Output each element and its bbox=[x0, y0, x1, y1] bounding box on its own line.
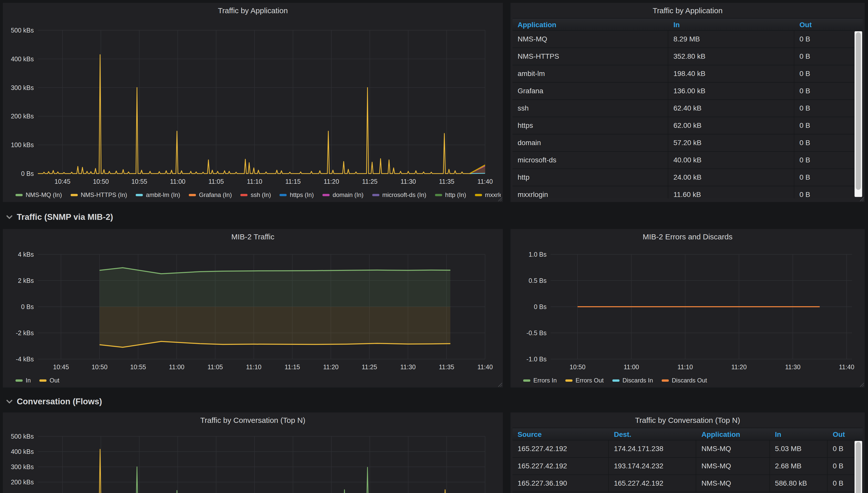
legend-item[interactable]: In bbox=[16, 377, 31, 384]
row-header-conversation-flows[interactable]: Conversation (Flows) bbox=[4, 394, 102, 409]
legend-item[interactable]: NMS-MQ (In) bbox=[16, 191, 62, 198]
panel-title[interactable]: MIB-2 Errors and Discards bbox=[513, 231, 863, 244]
legend-item[interactable]: NMS-HTTPS (In) bbox=[71, 191, 127, 198]
y-axis-tick-label: -0.5 Bs bbox=[526, 329, 547, 337]
panel-mib2-traffic: MIB-2 Traffic 10:4510:5010:5511:0011:051… bbox=[3, 229, 503, 388]
panel-title[interactable]: MIB-2 Traffic bbox=[5, 231, 501, 244]
table-row: NMS-HTTPS352.80 kB0 B bbox=[513, 48, 863, 65]
table-cell: 0 B bbox=[794, 83, 863, 99]
panel-traffic-by-application-table: Traffic by Application ApplicationInOutN… bbox=[510, 3, 865, 202]
legend-swatch-icon bbox=[189, 194, 196, 196]
table-cell: 586.80 kB bbox=[770, 475, 828, 492]
legend-item[interactable]: Errors In bbox=[523, 377, 557, 384]
table-cell: 193.174.24.232 bbox=[609, 458, 696, 474]
column-header-application[interactable]: Application bbox=[513, 19, 668, 30]
table-scrollbar-thumb[interactable] bbox=[856, 32, 861, 190]
series-area bbox=[100, 307, 451, 347]
panel-resize-handle[interactable] bbox=[498, 383, 502, 387]
legend-swatch-icon bbox=[280, 194, 287, 196]
legend-item[interactable]: Errors Out bbox=[565, 377, 604, 384]
table-cell: ssh bbox=[513, 100, 668, 116]
table-cell: NMS-HTTPS bbox=[513, 48, 668, 65]
y-axis-tick-label: 0 Bs bbox=[21, 170, 34, 177]
legend-item[interactable]: ssh (In) bbox=[240, 191, 271, 198]
chart-svg: 10:4510:5010:5511:0011:0511:1011:1511:20… bbox=[5, 428, 501, 493]
table-cell: 174.24.171.238 bbox=[609, 441, 696, 457]
table-cell: 198.40 kB bbox=[668, 65, 794, 82]
y-axis-tick-label: 4 kBs bbox=[18, 251, 34, 258]
panel-title[interactable]: Traffic by Conversation (Top N) bbox=[5, 414, 501, 428]
legend-label: Errors In bbox=[533, 377, 557, 384]
table-cell: 62.40 kB bbox=[668, 100, 794, 116]
table-header-row: ApplicationInOut bbox=[513, 18, 863, 31]
legend-item[interactable]: Out bbox=[39, 377, 60, 384]
legend-item[interactable]: Grafana (In) bbox=[189, 191, 232, 198]
panel-resize-handle[interactable] bbox=[498, 197, 502, 201]
table-cell: 0 B bbox=[794, 117, 863, 134]
x-axis-tick-label: 11:10 bbox=[677, 363, 693, 370]
table-cell: 5.03 MB bbox=[770, 441, 828, 457]
table-cell: 136.00 kB bbox=[668, 83, 794, 99]
legend-item[interactable]: ambit-lm (In) bbox=[136, 191, 180, 198]
chart-svg: 10:5011:0011:1011:2011:3011:40-1.0 Bs-0.… bbox=[513, 244, 863, 375]
legend-label: ambit-lm (In) bbox=[146, 191, 180, 198]
y-axis-tick-label: 300 kBs bbox=[11, 84, 34, 91]
x-axis-tick-label: 10:45 bbox=[53, 363, 69, 370]
table-cell: 24.00 kB bbox=[668, 169, 794, 186]
x-axis-tick-label: 11:10 bbox=[247, 178, 262, 185]
x-axis-tick-label: 11:00 bbox=[170, 178, 186, 185]
panel-title[interactable]: Traffic by Conversation (Top N) bbox=[513, 414, 863, 428]
column-header-source[interactable]: Source bbox=[513, 428, 609, 440]
legend-item[interactable]: https (In) bbox=[280, 191, 314, 198]
row-header-label: Conversation (Flows) bbox=[17, 397, 102, 406]
legend-swatch-icon bbox=[523, 380, 530, 382]
column-header-in[interactable]: In bbox=[668, 19, 794, 30]
traffic-by-conversation-chart: 10:4510:5010:5511:0011:0511:1011:1511:20… bbox=[5, 428, 501, 493]
x-axis-tick-label: 11:40 bbox=[839, 363, 854, 370]
table-scrollbar-track[interactable] bbox=[854, 441, 862, 493]
legend-item[interactable]: microsoft-ds (In) bbox=[372, 191, 426, 198]
legend-swatch-icon bbox=[372, 194, 379, 196]
y-axis-tick-label: -1.0 Bs bbox=[526, 356, 547, 363]
legend-item[interactable]: mxxrlogin (In) bbox=[475, 191, 501, 198]
table-row: ssh62.40 kB0 B bbox=[513, 100, 863, 117]
table-cell: 8.29 MB bbox=[668, 31, 794, 47]
column-header-out[interactable]: Out bbox=[794, 19, 863, 30]
x-axis-tick-label: 11:35 bbox=[439, 178, 454, 185]
table-cell: 165.227.42.192 bbox=[609, 475, 696, 492]
legend-item[interactable]: Discards Out bbox=[662, 377, 707, 384]
table-cell: 62.00 kB bbox=[668, 117, 794, 134]
table-cell: 165.227.42.192 bbox=[513, 441, 609, 457]
legend-item[interactable]: Discards In bbox=[612, 377, 653, 384]
legend-label: Errors Out bbox=[576, 377, 604, 384]
row-header-traffic-snmp[interactable]: Traffic (SNMP via MIB-2) bbox=[4, 210, 113, 224]
table-cell: ambit-lm bbox=[513, 65, 668, 82]
column-header-dest-[interactable]: Dest. bbox=[609, 428, 696, 440]
table-scrollbar-track[interactable] bbox=[854, 31, 862, 197]
table-row: ambit-lm198.40 kB0 B bbox=[513, 65, 863, 83]
table-cell: https bbox=[513, 117, 668, 134]
table-cell: http bbox=[513, 169, 668, 186]
panel-traffic-by-application-graph: Traffic by Application 10:4510:5010:5511… bbox=[3, 3, 503, 202]
column-header-out[interactable]: Out bbox=[828, 428, 863, 440]
mib2-traffic-chart: 10:4510:5010:5511:0011:0511:1011:1511:20… bbox=[5, 244, 501, 375]
panel-resize-handle[interactable] bbox=[860, 383, 864, 387]
legend-item[interactable]: domain (In) bbox=[322, 191, 363, 198]
x-axis-tick-label: 10:50 bbox=[91, 363, 107, 370]
chart-svg: 10:4510:5010:5511:0011:0511:1011:1511:20… bbox=[5, 18, 501, 189]
legend-item[interactable]: http (In) bbox=[435, 191, 466, 198]
column-header-application[interactable]: Application bbox=[696, 428, 770, 440]
panel-title[interactable]: Traffic by Application bbox=[513, 5, 863, 18]
x-axis-tick-label: 11:05 bbox=[208, 363, 223, 370]
column-header-in[interactable]: In bbox=[770, 428, 828, 440]
panel-resize-handle[interactable] bbox=[860, 197, 864, 201]
chart-legend: InOut bbox=[5, 375, 501, 386]
table-scrollbar-thumb[interactable] bbox=[856, 442, 861, 493]
legend-swatch-icon bbox=[16, 380, 23, 382]
legend-label: Grafana (In) bbox=[199, 191, 232, 198]
table-row: Grafana136.00 kB0 B bbox=[513, 83, 863, 100]
y-axis-tick-label: 0.5 Bs bbox=[528, 277, 547, 284]
legend-label: https (In) bbox=[290, 191, 314, 198]
panel-title[interactable]: Traffic by Application bbox=[5, 5, 501, 18]
table-cell: NMS-MQ bbox=[696, 458, 770, 474]
